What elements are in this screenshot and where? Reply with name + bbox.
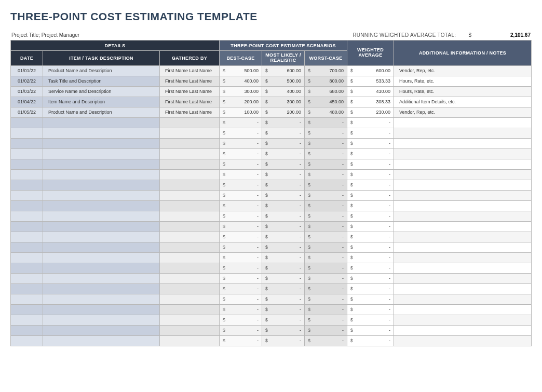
cell-most-likely[interactable]: $- [262, 294, 305, 304]
cell-worst-case[interactable]: $- [305, 117, 347, 128]
cell-gathered-by[interactable] [160, 335, 220, 346]
cell-date[interactable] [11, 273, 43, 283]
cell-best-case[interactable]: $- [220, 180, 262, 190]
cell-worst-case[interactable]: $- [305, 128, 347, 138]
cell-notes[interactable]: Additional Item Details, etc. [394, 97, 532, 107]
cell-date[interactable] [11, 200, 43, 211]
cell-worst-case[interactable]: $- [305, 180, 347, 190]
cell-notes[interactable] [394, 304, 532, 315]
cell-best-case[interactable]: $- [220, 148, 262, 159]
cell-date[interactable] [11, 190, 43, 200]
cell-worst-case[interactable]: $480.00 [305, 107, 347, 117]
cell-notes[interactable]: Vendor, Rep, etc. [394, 65, 532, 76]
cell-best-case[interactable]: $- [220, 159, 262, 169]
cell-most-likely[interactable]: $- [262, 263, 305, 273]
cell-notes[interactable] [394, 252, 532, 263]
cell-gathered-by[interactable] [160, 242, 220, 252]
cell-worst-case[interactable]: $- [305, 221, 347, 232]
cell-most-likely[interactable]: $- [262, 169, 305, 180]
cell-weighted-average[interactable]: $- [347, 242, 394, 252]
cell-worst-case[interactable]: $450.00 [305, 97, 347, 107]
cell-best-case[interactable]: $400.00 [220, 76, 262, 86]
cell-most-likely[interactable]: $500.00 [262, 76, 305, 86]
cell-date[interactable] [11, 211, 43, 221]
cell-best-case[interactable]: $100.00 [220, 107, 262, 117]
cell-notes[interactable] [394, 169, 532, 180]
cell-best-case[interactable]: $- [220, 294, 262, 304]
cell-gathered-by[interactable] [160, 304, 220, 315]
cell-notes[interactable] [394, 221, 532, 232]
cell-item[interactable]: Service Name and Description [43, 86, 160, 97]
cell-gathered-by[interactable] [160, 138, 220, 148]
cell-item[interactable] [43, 190, 160, 200]
cell-best-case[interactable]: $- [220, 190, 262, 200]
cell-notes[interactable] [394, 242, 532, 252]
cell-gathered-by[interactable]: First Name Last Name [160, 65, 220, 76]
cell-most-likely[interactable]: $- [262, 117, 305, 128]
cell-item[interactable] [43, 273, 160, 283]
cell-most-likely[interactable]: $- [262, 221, 305, 232]
cell-weighted-average[interactable]: $308.33 [347, 97, 394, 107]
cell-best-case[interactable]: $- [220, 263, 262, 273]
cell-weighted-average[interactable]: $- [347, 335, 394, 346]
cell-notes[interactable] [394, 180, 532, 190]
cell-gathered-by[interactable] [160, 159, 220, 169]
cell-gathered-by[interactable] [160, 252, 220, 263]
cell-date[interactable] [11, 335, 43, 346]
cell-weighted-average[interactable]: $230.00 [347, 107, 394, 117]
cell-best-case[interactable]: $- [220, 283, 262, 294]
cell-worst-case[interactable]: $- [305, 294, 347, 304]
cell-gathered-by[interactable] [160, 273, 220, 283]
cell-notes[interactable] [394, 148, 532, 159]
cell-notes[interactable] [394, 200, 532, 211]
cell-date[interactable] [11, 117, 43, 128]
cell-gathered-by[interactable] [160, 283, 220, 294]
cell-best-case[interactable]: $300.00 [220, 86, 262, 97]
cell-most-likely[interactable]: $- [262, 190, 305, 200]
cell-best-case[interactable]: $- [220, 138, 262, 148]
cell-best-case[interactable]: $- [220, 273, 262, 283]
cell-date[interactable] [11, 232, 43, 242]
cell-gathered-by[interactable] [160, 221, 220, 232]
cell-weighted-average[interactable]: $- [347, 273, 394, 283]
cell-worst-case[interactable]: $- [305, 148, 347, 159]
cell-item[interactable]: Product Name and Description [43, 65, 160, 76]
cell-weighted-average[interactable]: $- [347, 304, 394, 315]
cell-gathered-by[interactable] [160, 117, 220, 128]
cell-date[interactable] [11, 221, 43, 232]
cell-best-case[interactable]: $- [220, 221, 262, 232]
cell-notes[interactable] [394, 159, 532, 169]
cell-worst-case[interactable]: $700.00 [305, 65, 347, 76]
cell-gathered-by[interactable] [160, 211, 220, 221]
cell-item[interactable] [43, 325, 160, 335]
cell-weighted-average[interactable]: $- [347, 148, 394, 159]
cell-notes[interactable]: Hours, Rate, etc. [394, 86, 532, 97]
cell-item[interactable] [43, 148, 160, 159]
cell-date[interactable] [11, 180, 43, 190]
cell-item[interactable] [43, 180, 160, 190]
cell-most-likely[interactable]: $200.00 [262, 107, 305, 117]
cell-worst-case[interactable]: $- [305, 242, 347, 252]
cell-best-case[interactable]: $- [220, 128, 262, 138]
cell-weighted-average[interactable]: $- [347, 211, 394, 221]
cell-weighted-average[interactable]: $- [347, 200, 394, 211]
cell-notes[interactable] [394, 211, 532, 221]
cell-best-case[interactable]: $- [220, 211, 262, 221]
cell-item[interactable] [43, 242, 160, 252]
cell-date[interactable] [11, 138, 43, 148]
cell-most-likely[interactable]: $- [262, 180, 305, 190]
cell-date[interactable] [11, 315, 43, 325]
cell-most-likely[interactable]: $- [262, 252, 305, 263]
cell-most-likely[interactable]: $- [262, 304, 305, 315]
cell-worst-case[interactable]: $680.00 [305, 86, 347, 97]
cell-worst-case[interactable]: $- [305, 273, 347, 283]
cell-weighted-average[interactable]: $533.33 [347, 76, 394, 86]
cell-notes[interactable] [394, 315, 532, 325]
cell-most-likely[interactable]: $- [262, 273, 305, 283]
cell-date[interactable]: 01/05/22 [11, 107, 43, 117]
cell-most-likely[interactable]: $- [262, 335, 305, 346]
cell-weighted-average[interactable]: $- [347, 128, 394, 138]
cell-date[interactable] [11, 304, 43, 315]
cell-weighted-average[interactable]: $430.00 [347, 86, 394, 97]
cell-best-case[interactable]: $500.00 [220, 65, 262, 76]
